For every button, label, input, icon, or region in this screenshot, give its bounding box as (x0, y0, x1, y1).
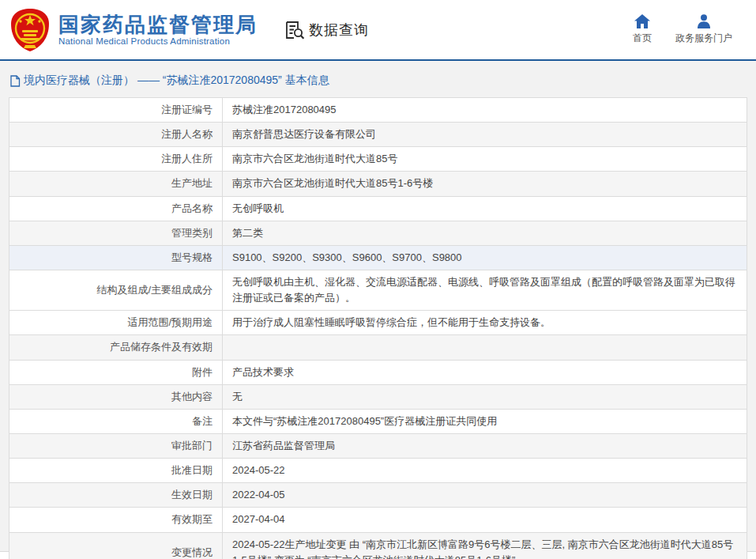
data-query-label: 数据查询 (309, 21, 369, 40)
document-icon (9, 75, 21, 87)
table-row: 批准日期2024-05-22 (9, 459, 747, 483)
table-row: 结构及组成/主要组成成分无创呼吸机由主机、湿化器、交流电源适配器、电源线、呼吸管… (9, 270, 747, 310)
row-label: 注册证编号 (9, 98, 223, 123)
table-row: 变更情况2024-05-22生产地址变更 由 “南京市江北新区博富路9号6号楼二… (9, 532, 747, 559)
row-value: 南京市六合区龙池街道时代大道85号1-6号楼 (223, 172, 747, 196)
user-icon (696, 14, 712, 28)
row-value: 江苏省药品监督管理局 (223, 433, 747, 458)
table-row: 注册证编号苏械注准20172080495 (9, 98, 747, 123)
row-label: 批准日期 (9, 459, 223, 483)
row-value: 苏械注准20172080495 (223, 98, 747, 123)
row-value: 用于治疗成人阻塞性睡眠呼吸暂停综合症，但不能用于生命支持设备。 (223, 311, 747, 335)
row-label: 型号规格 (9, 245, 223, 270)
nav-gov-portal-label: 政务服务门户 (675, 32, 732, 45)
table-row: 型号规格S9100、S9200、S9300、S9600、S9700、S9800 (9, 245, 747, 270)
row-label: 审批部门 (9, 433, 223, 458)
row-value: 2027-04-04 (223, 508, 747, 532)
row-label: 生效日期 (9, 483, 223, 508)
row-label: 变更情况 (9, 532, 223, 559)
header-nav: 首页 政务服务门户 (633, 14, 732, 45)
row-value: 无 (223, 384, 747, 409)
content-area: 境内医疗器械（注册） —— “苏械注准20172080495” 基本信息 注册证… (0, 61, 756, 552)
table-row: 生产地址南京市六合区龙池街道时代大道85号1-6号楼 (9, 172, 747, 196)
info-table: 注册证编号苏械注准20172080495注册人名称南京舒普思达医疗设备有限公司注… (9, 97, 747, 559)
row-label: 生产地址 (9, 172, 223, 196)
row-value: 2024-05-22生产地址变更 由 “南京市江北新区博富路9号6号楼二层、三层… (223, 532, 747, 559)
table-row: 产品储存条件及有效期 (9, 335, 747, 360)
row-value: 无创呼吸机 (223, 196, 747, 221)
national-emblem-icon (9, 8, 51, 52)
row-label: 备注 (9, 409, 223, 433)
row-value: 本文件与“苏械注准20172080495”医疗器械注册证共同使用 (223, 409, 747, 433)
row-label: 管理类别 (9, 221, 223, 245)
document-search-icon (284, 20, 305, 40)
row-label: 注册人名称 (9, 123, 223, 147)
row-label: 注册人住所 (9, 147, 223, 172)
logo-text: 国家药品监督管理局 National Medical Products Admi… (58, 13, 258, 47)
table-row: 备注本文件与“苏械注准20172080495”医疗器械注册证共同使用 (9, 409, 747, 433)
table-row: 审批部门江苏省药品监督管理局 (9, 433, 747, 458)
row-value: S9100、S9200、S9300、S9600、S9700、S9800 (223, 245, 747, 270)
row-label: 适用范围/预期用途 (9, 311, 223, 335)
table-row: 注册人名称南京舒普思达医疗设备有限公司 (9, 123, 747, 147)
row-label: 结构及组成/主要组成成分 (9, 270, 223, 310)
breadcrumb: 境内医疗器械（注册） —— “苏械注准20172080495” 基本信息 (9, 74, 747, 88)
site-subtitle: National Medical Products Administration (58, 36, 258, 46)
row-label: 有效期至 (9, 508, 223, 532)
row-value: 2022-04-05 (223, 483, 747, 508)
row-value: 南京市六合区龙池街道时代大道85号 (223, 147, 747, 172)
nav-gov-portal[interactable]: 政务服务门户 (675, 14, 732, 45)
data-query-tab[interactable]: 数据查询 (284, 20, 369, 40)
row-label: 产品储存条件及有效期 (9, 335, 223, 360)
table-row: 适用范围/预期用途用于治疗成人阻塞性睡眠呼吸暂停综合症，但不能用于生命支持设备。 (9, 311, 747, 335)
info-table-body: 注册证编号苏械注准20172080495注册人名称南京舒普思达医疗设备有限公司注… (9, 98, 747, 559)
table-row: 产品名称无创呼吸机 (9, 196, 747, 221)
table-row: 附件产品技术要求 (9, 360, 747, 384)
row-label: 其他内容 (9, 384, 223, 409)
table-row: 其他内容无 (9, 384, 747, 409)
row-value: 南京舒普思达医疗设备有限公司 (223, 123, 747, 147)
home-icon (634, 14, 650, 28)
nav-home[interactable]: 首页 (633, 14, 652, 45)
row-value: 产品技术要求 (223, 360, 747, 384)
site-header: 国家药品监督管理局 National Medical Products Admi… (0, 0, 756, 61)
site-logo[interactable]: 国家药品监督管理局 National Medical Products Admi… (9, 8, 258, 52)
table-row: 注册人住所南京市六合区龙池街道时代大道85号 (9, 147, 747, 172)
page-title: 境内医疗器械（注册） —— “苏械注准20172080495” 基本信息 (24, 74, 329, 88)
table-row: 生效日期2022-04-05 (9, 483, 747, 508)
row-label: 产品名称 (9, 196, 223, 221)
row-label: 附件 (9, 360, 223, 384)
table-row: 管理类别第二类 (9, 221, 747, 245)
row-value: 第二类 (223, 221, 747, 245)
row-value: 2024-05-22 (223, 459, 747, 483)
nav-home-label: 首页 (633, 32, 652, 45)
table-row: 有效期至2027-04-04 (9, 508, 747, 532)
row-value: 无创呼吸机由主机、湿化器、交流电源适配器、电源线、呼吸管路及面罩组成（配置的呼吸… (223, 270, 747, 310)
site-title: 国家药品监督管理局 (58, 13, 258, 37)
row-value (223, 335, 747, 360)
